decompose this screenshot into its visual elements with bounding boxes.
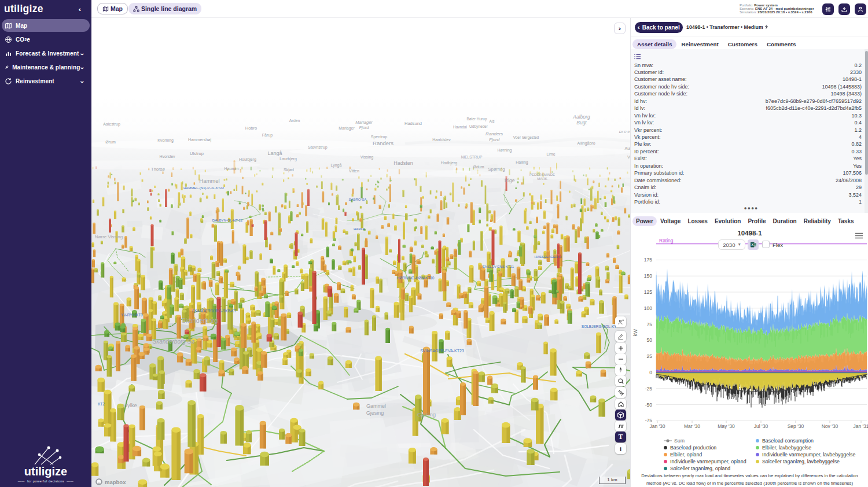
svg-text:Jan '30: Jan '30	[649, 423, 665, 429]
svg-text:25: 25	[647, 353, 653, 359]
svg-text:Vitten: Vitten	[349, 169, 359, 173]
svg-text:Ødum: Ødum	[473, 165, 484, 169]
svg-text:HARLE: HARLE	[354, 227, 365, 231]
svg-text:HASSELAGER-H: HASSELAGER-H	[534, 255, 561, 259]
svg-text:Lyngå: Lyngå	[331, 163, 342, 168]
svg-text:Gammel: Gammel	[366, 403, 386, 409]
svg-text:Hammershøj: Hammershøj	[188, 138, 212, 142]
svg-text:150: 150	[644, 273, 652, 279]
svg-text:Skjød: Skjød	[284, 168, 294, 172]
svg-text:Thorsø: Thorsø	[151, 167, 165, 172]
svg-text:0: 0	[649, 370, 652, 375]
svg-text:DALBYN-GL-HT-22: DALBYN-GL-HT-22	[212, 219, 243, 222]
svg-text:SOLBJERG-SOL-KT: SOLBJERG-SOL-KT	[582, 324, 616, 329]
svg-text:SVINSAGER-EVA-KT23: SVINSAGER-EVA-KT23	[420, 349, 464, 353]
svg-text:Udbyneder: Udbyneder	[469, 124, 488, 129]
svg-text:Allingåbro: Allingåbro	[577, 141, 595, 146]
svg-text:Kvorning: Kvorning	[157, 138, 174, 143]
svg-text:Vissing: Vissing	[361, 155, 374, 160]
svg-text:-75: -75	[645, 418, 653, 423]
svg-text:KT2: KT2	[98, 402, 105, 406]
svg-text:Harridslev: Harridslev	[432, 138, 451, 142]
svg-text:Spørring: Spørring	[488, 167, 505, 172]
svg-text:Arden: Arden	[289, 119, 300, 123]
svg-text:Sep '30: Sep '30	[788, 423, 804, 429]
svg-text:Mariager: Mariager	[355, 120, 373, 125]
svg-text:125: 125	[644, 289, 652, 295]
svg-text:Aur: Aur	[625, 146, 630, 150]
svg-text:Mariager: Mariager	[339, 126, 355, 131]
svg-text:Aalestrup: Aalestrup	[103, 122, 120, 127]
svg-text:Ørum: Ørum	[105, 140, 116, 144]
svg-text:Fjord: Fjord	[359, 125, 369, 130]
svg-text:Stevnstrup: Stevnstrup	[308, 145, 328, 150]
svg-text:PEDERSMINDE: PEDERSMINDE	[529, 173, 555, 176]
svg-text:MARK: MARK	[537, 177, 547, 180]
svg-text:EK R 45: EK R 45	[619, 130, 630, 134]
svg-text:Haurum: Haurum	[225, 167, 239, 171]
svg-text:Skanderborg Sø: Skanderborg Sø	[153, 338, 195, 345]
svg-text:Trige: Trige	[503, 178, 514, 183]
svg-text:100: 100	[644, 305, 652, 311]
svg-text:Jul '30: Jul '30	[754, 423, 768, 429]
svg-text:Nørre Vissing: Nørre Vissing	[95, 234, 123, 239]
svg-text:NIELSTRUP: NIELSTRUP	[461, 155, 482, 159]
svg-text:Bugt: Bugt	[576, 120, 587, 126]
svg-text:Hadsund: Hadsund	[404, 121, 422, 126]
svg-text:SKANDERBORG-SKB-KT: SKANDERBORG-SKB-KT	[192, 309, 236, 313]
svg-text:SABRO-SA: SABRO-SA	[348, 198, 366, 201]
svg-text:HØRNING-HØN-KT10: HØRNING-HØN-KT10	[396, 276, 434, 280]
svg-text:Als: Als	[489, 119, 495, 123]
svg-text:kW: kW	[632, 329, 638, 336]
svg-text:Havndal: Havndal	[453, 125, 467, 129]
svg-text:Laurbjerg: Laurbjerg	[279, 157, 297, 161]
svg-text:Houlbjerg: Houlbjerg	[239, 157, 256, 162]
svg-text:Voer Iærgested: Voer Iærgested	[513, 135, 539, 140]
svg-text:Lime: Lime	[546, 152, 555, 156]
svg-text:Spentrup: Spentrup	[371, 135, 388, 139]
svg-text:Hammel: Hammel	[199, 178, 219, 184]
svg-text:Gjesing: Gjesing	[366, 410, 384, 416]
svg-text:Hylke: Hylke	[123, 402, 137, 408]
svg-text:Jan '31: Jan '31	[853, 423, 868, 429]
svg-text:-25: -25	[645, 386, 653, 392]
svg-text:75: 75	[647, 322, 653, 327]
svg-text:ENSLEV-ENS-KT21: ENSLEV-ENS-KT21	[483, 265, 514, 268]
svg-text:HAMMEL-(N1)-P-JL-KT22: HAMMEL-(N1)-P-JL-KT22	[183, 186, 225, 190]
svg-text:Randers: Randers	[373, 140, 393, 146]
svg-text:175: 175	[644, 257, 652, 263]
svg-text:50: 50	[647, 337, 653, 343]
svg-text:Hvorslev: Hvorslev	[159, 154, 175, 158]
svg-text:Fjord: Fjord	[489, 137, 500, 142]
svg-text:Fårup: Fårup	[262, 133, 273, 138]
svg-text:Mar '30: Mar '30	[684, 423, 700, 429]
svg-text:Halling: Halling	[516, 160, 528, 165]
svg-text:May '30: May '30	[718, 423, 735, 429]
svg-text:Randers: Randers	[486, 131, 503, 136]
svg-text:Nov '30: Nov '30	[822, 423, 838, 429]
svg-text:Hørning: Hørning	[498, 148, 512, 153]
svg-text:Skanderborg: Skanderborg	[182, 317, 218, 324]
svg-text:Hadbjerg: Hadbjerg	[441, 161, 458, 165]
svg-text:Gjesing: Gjesing	[417, 411, 436, 418]
svg-text:Hadsten: Hadsten	[393, 160, 413, 166]
svg-text:-50: -50	[645, 402, 653, 408]
svg-text:Bøler Hurup: Bøler Hurup	[466, 117, 487, 121]
svg-text:Aalborg: Aalborg	[572, 114, 590, 120]
svg-text:Hobro: Hobro	[245, 126, 257, 131]
svg-text:Langå: Langå	[267, 150, 282, 156]
svg-text:Rating: Rating	[659, 238, 674, 244]
svg-text:YV-RYV-KT0: YV-RYV-KT0	[121, 313, 143, 317]
svg-text:Ulstrup: Ulstrup	[190, 151, 204, 156]
